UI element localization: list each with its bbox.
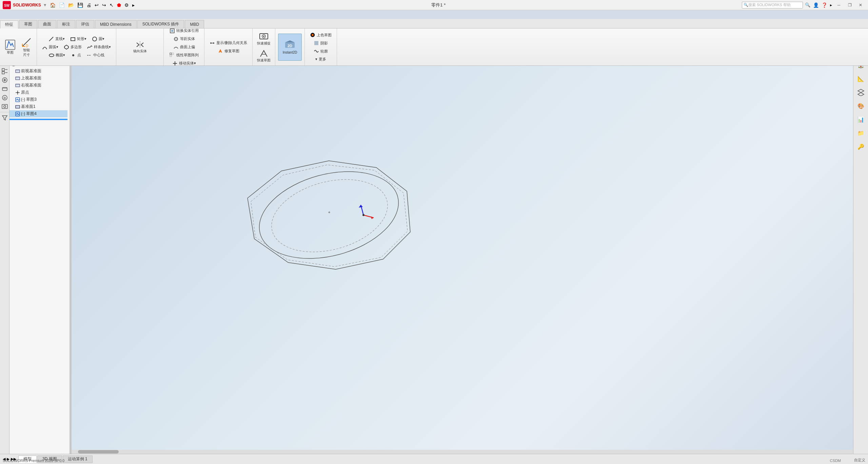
right-color2-icon[interactable]: 🎨 [855,100,867,112]
sketch-button[interactable]: 草图 [3,36,18,58]
feature-manager-icon[interactable] [1,67,9,75]
tree-item-right-plane[interactable]: 右视基准面 [9,82,67,89]
fast-sketch-button[interactable]: 快速草图 [255,47,272,64]
ellipse-tool-button[interactable]: 椭圆▾ [46,52,67,59]
mirror-button[interactable]: 镜向实体 [130,40,150,55]
save-icon[interactable]: 💾 [77,2,84,8]
maximize-button[interactable]: ❐ [845,1,854,9]
display-manager-icon[interactable] [1,102,9,111]
repair-sketch-button[interactable]: 修复草图 [215,47,242,55]
tab-mbd-dim[interactable]: MBD Dimensions [95,20,137,28]
svg-point-12 [72,54,74,56]
customize-button[interactable]: 自定义 [854,458,865,463]
search-submit-icon[interactable]: 🔍 [804,2,811,8]
right-chart-icon[interactable]: 📊 [855,113,867,125]
svg-rect-16 [171,30,173,32]
viewport[interactable] [71,66,853,454]
dim-xpert-icon[interactable]: D [1,94,9,102]
right-folder-icon[interactable]: 📁 [855,127,867,139]
tree-item-sketch4[interactable]: (-) 草图4 [9,110,67,117]
user-icon[interactable]: 👤 [812,2,820,8]
right-layers-icon[interactable] [855,86,867,98]
move-entity-button[interactable]: 移动实体▾ [170,60,198,67]
window-title: 零件1 * [431,2,446,8]
fast-sketch-icon [259,49,269,58]
panel-resize-handle[interactable] [70,66,72,454]
tab-feature[interactable]: 特征 [0,20,18,28]
polygon-tool-icon [64,44,69,50]
tree-item-plane1[interactable]: 基准面1 [9,103,67,110]
tree-item-sketch3[interactable]: (-) 草图3 [9,96,67,103]
contour-button[interactable]: 轮廓 [311,47,330,55]
right-key-icon[interactable]: 🔑 [855,140,867,153]
filter-icon[interactable] [1,114,9,122]
more-icon[interactable]: ▸ [132,2,135,8]
convert-entity-button[interactable]: 转换实体引用 [167,27,201,35]
fast-capture-button[interactable]: 快速捕捉 [255,31,272,47]
spline-tool-button[interactable]: 样条曲线▾ [85,43,113,51]
status-bar: SOLIDWORKS Premium 2020 SP0.0 [3,459,64,463]
rebuild-icon[interactable]: ⬟ [116,2,122,8]
redo-icon[interactable]: ↪ [101,2,107,8]
center-line-button[interactable]: 中心线 [84,52,107,59]
show-relation-button[interactable]: 显示/删除几何关系 [207,39,250,47]
offset-icon [173,36,179,42]
more-button[interactable]: ▾ 更多 [313,56,329,63]
config-manager-icon[interactable] [1,85,9,93]
tab-evaluate[interactable]: 评估 [76,20,94,28]
options-icon[interactable]: ⚙ [124,2,130,8]
inner-ellipse [250,157,408,273]
smart-dim-button[interactable]: D 智能尺寸 [19,36,34,58]
tree-item-origin[interactable]: 原点 [9,89,67,96]
h-scroll-thumb[interactable] [78,450,119,453]
tab-surface[interactable]: 曲面 [38,20,56,28]
select-icon[interactable]: ↖ [109,2,114,8]
tab-markup[interactable]: 标注 [57,20,75,28]
instant2d-button[interactable]: 2D Instant2D [278,34,302,61]
minimize-button[interactable]: ─ [834,1,844,9]
right-ruler-icon[interactable]: 📐 [855,73,867,85]
top-plane-icon [15,76,20,81]
print-icon[interactable]: 🖨 [86,2,92,8]
shade-button[interactable]: 阴影 [311,39,330,47]
open-icon[interactable]: 📂 [67,2,75,8]
left-icon-panel: D [0,66,9,454]
svg-point-11 [49,54,54,57]
home-icon[interactable]: 🏠 [49,2,56,8]
polygon-tool-button[interactable]: 多边形 [61,43,84,51]
front-plane-icon [15,69,20,74]
contour-icon [314,49,319,54]
svg-marker-48 [2,116,7,120]
origin-label: 原点 [21,90,29,95]
color-sketch-button[interactable]: 上色草图 [308,31,334,39]
h-scrollbar[interactable] [71,450,853,454]
svg-marker-10 [64,45,68,49]
circle-tool-button[interactable]: 圆▾ [90,35,107,43]
new-icon[interactable]: 📄 [58,2,65,8]
close-button[interactable]: ✕ [856,1,865,9]
repair-sketch-icon [218,49,223,54]
tab-sketch[interactable]: 草图 [19,20,37,28]
solidworks-logo: SW [3,1,11,9]
svg-rect-37 [2,72,4,74]
point-tool-button[interactable]: 点 [68,52,83,59]
tab-motion[interactable]: 运动算例 1 [63,456,93,463]
linear-sketch-icon [170,53,175,58]
line-tool-button[interactable]: 直线▾ [46,35,67,43]
property-manager-icon[interactable] [1,76,9,84]
rect-tool-button[interactable]: 矩形▾ [68,35,89,43]
expand-icon[interactable]: ▸ [829,2,833,8]
shade-icon [314,40,319,46]
tree-item-front-plane[interactable]: 前视基准面 [9,67,67,75]
title-left: SW SOLIDWORKS ▼ 🏠 📄 📂 💾 🖨 ↩ ↪ ↖ ⬟ ⚙ ▸ [3,1,135,9]
tree-item-top-plane[interactable]: 上视基准面 [9,75,67,82]
help-icon[interactable]: ❓ [821,2,828,8]
instant2d-icon: 2D [284,40,295,51]
surface-offset-button[interactable]: 曲面上偏 [171,43,197,51]
offset-button[interactable]: 等距实体 [171,35,197,43]
search-box[interactable]: 🔍 搜索 SOLIDWORKS 帮助 [742,2,803,8]
undo-icon[interactable]: ↩ [94,2,99,8]
linear-sketch-button[interactable]: 线性草图阵列 [167,52,201,59]
arc-tool-button[interactable]: 圆弧▾ [40,43,61,51]
triad [359,205,374,219]
